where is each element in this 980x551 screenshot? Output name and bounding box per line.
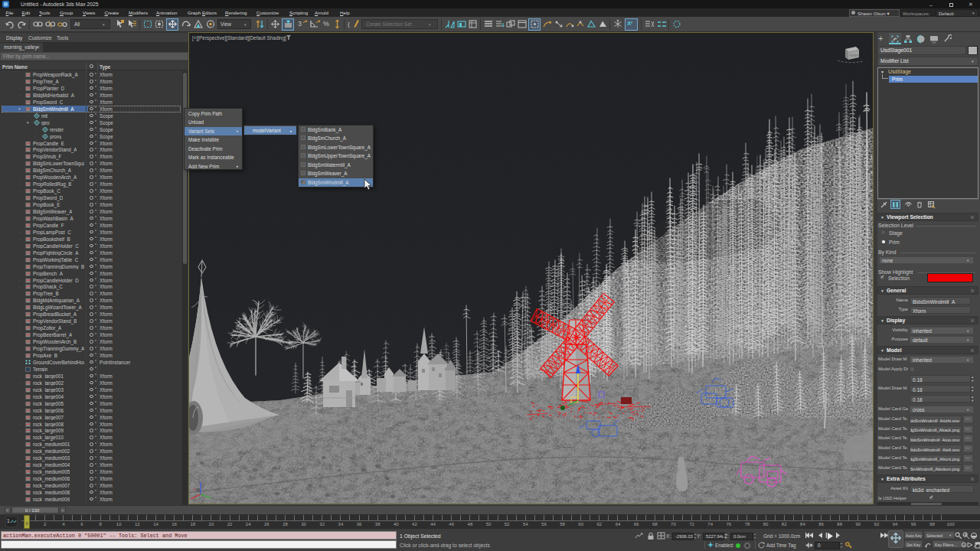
svg-text:RIGHT: RIGHT (850, 54, 860, 57)
svg-text:x: x (193, 487, 195, 491)
svg-text:[+][Perspective][Standard][Def: [+][Perspective][Standard][Default Shadi… (192, 35, 286, 41)
